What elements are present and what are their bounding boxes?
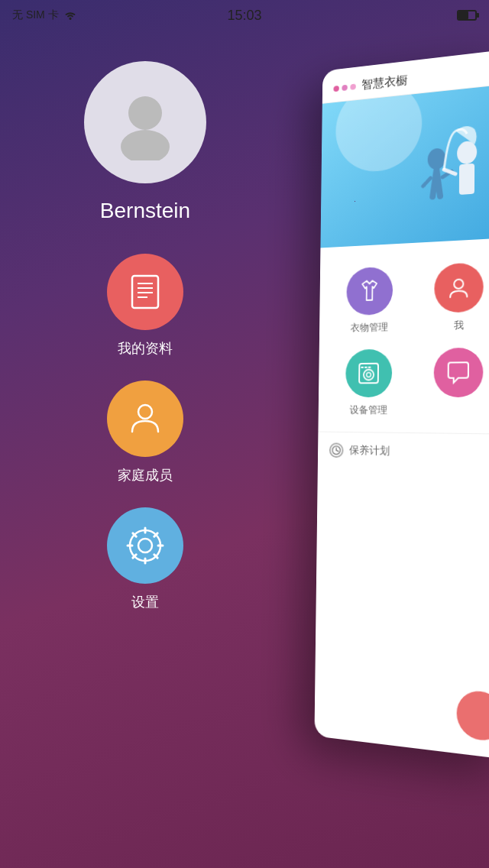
grid-item-clothes[interactable]: 衣物管理 — [326, 258, 413, 343]
footer-text: 保养计划 — [349, 444, 390, 458]
clothes-icon — [356, 277, 382, 305]
menu-icon-family — [107, 381, 183, 457]
svg-point-9 — [138, 539, 152, 552]
grid-circle-clothes — [346, 267, 393, 316]
svg-point-29 — [454, 279, 463, 288]
app-grid: 衣物管理 我 — [318, 238, 489, 434]
chat-icon — [445, 358, 472, 387]
app-title: 智慧衣橱 — [361, 73, 407, 93]
dots — [333, 83, 355, 92]
my-icon — [445, 274, 472, 302]
svg-point-31 — [364, 370, 374, 381]
grid-circle-chat — [434, 348, 484, 397]
left-panel: Bernstein 我的资料 家庭成员 — [0, 31, 290, 868]
app-banner — [320, 83, 489, 248]
grid-label-my: 我 — [453, 319, 463, 332]
footer-clock-icon — [329, 442, 344, 458]
wifi-icon — [63, 10, 77, 21]
status-bar: 无 SIM 卡 15:03 — [0, 0, 489, 31]
dot-3 — [350, 83, 355, 89]
menu-item-settings[interactable]: 设置 — [107, 507, 183, 611]
battery-icon — [457, 10, 477, 21]
grid-circle-device — [345, 349, 392, 397]
username: Bernstein — [100, 199, 190, 223]
grid-item-device[interactable]: 设备管理 — [325, 341, 413, 425]
menu-label-profile: 我的资料 — [118, 339, 173, 358]
svg-point-0 — [69, 18, 71, 20]
grid-item-my[interactable]: 我 — [413, 254, 489, 342]
gear-icon — [122, 523, 168, 568]
svg-point-1 — [128, 96, 162, 130]
grid-label-clothes: 衣物管理 — [351, 320, 388, 335]
menu-icon-profile — [107, 254, 183, 330]
grid-circle-my — [434, 262, 484, 313]
clock-svg — [332, 445, 342, 455]
battery-fill — [458, 11, 468, 19]
dot-2 — [342, 84, 347, 90]
banner-illustration — [320, 83, 489, 248]
svg-point-32 — [367, 373, 371, 377]
svg-line-23 — [436, 169, 440, 196]
dot-1 — [333, 85, 338, 91]
menu-label-family: 家庭成员 — [118, 466, 173, 484]
svg-rect-27 — [459, 164, 474, 195]
document-icon — [125, 271, 166, 313]
svg-point-8 — [138, 405, 152, 419]
bottom-red-circle — [457, 689, 489, 743]
app-footer: 保养计划 — [318, 432, 489, 473]
menu-item-profile[interactable]: 我的资料 — [107, 254, 183, 358]
person-icon — [125, 398, 166, 439]
avatar — [84, 61, 206, 183]
carrier-text: 无 SIM 卡 — [12, 8, 59, 22]
status-left: 无 SIM 卡 — [12, 8, 77, 22]
grid-label-device: 设备管理 — [349, 403, 387, 417]
menu-item-family[interactable]: 家庭成员 — [107, 381, 183, 484]
svg-point-2 — [121, 130, 170, 160]
status-right — [457, 10, 477, 21]
menu-icon-settings — [107, 507, 183, 584]
menu-label-settings: 设置 — [131, 593, 159, 611]
time-display: 15:03 — [227, 8, 261, 24]
svg-line-38 — [336, 450, 338, 452]
app-card: 智慧衣橱 — [314, 49, 489, 760]
avatar-svg — [107, 84, 183, 160]
grid-item-chat[interactable] — [413, 339, 489, 426]
washer-icon — [355, 360, 381, 387]
main-content: Bernstein 我的资料 家庭成员 — [0, 31, 489, 868]
